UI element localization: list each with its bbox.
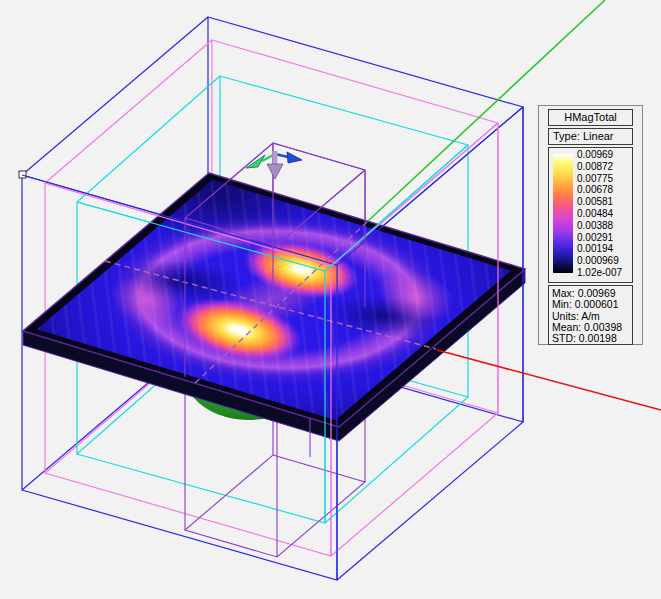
scale-tick: 0.00581 <box>577 196 631 207</box>
colorbar-gradient <box>553 154 573 273</box>
scale-tick: 0.000969 <box>577 255 631 266</box>
scale-tick: 1.02e-007 <box>577 267 631 278</box>
legend-title: HMagTotal <box>548 109 633 126</box>
scale-tick: 0.00872 <box>577 161 631 172</box>
scale-tick: 0.00388 <box>577 220 631 231</box>
legend-color-scale: 0.00969 0.00872 0.00775 0.00678 0.00581 … <box>548 147 633 283</box>
scale-tick: 0.00775 <box>577 173 631 184</box>
scale-tick: 0.00291 <box>577 232 631 243</box>
scale-tick: 0.00969 <box>577 149 631 160</box>
vertex-handle[interactable] <box>19 171 26 178</box>
colorbar-tick-labels: 0.00969 0.00872 0.00775 0.00678 0.00581 … <box>577 149 631 278</box>
scale-tick: 0.00194 <box>577 243 631 254</box>
field-plot-legend[interactable]: HMagTotal Type: Linear 0.00969 0.00872 0… <box>538 105 643 345</box>
stat-min: Min: 0.000601 <box>552 299 632 310</box>
legend-scale-type: Type: Linear <box>548 128 633 145</box>
legend-statistics: Max: 0.00969 Min: 0.000601 Units: A/m Me… <box>548 285 633 345</box>
scale-tick: 0.00484 <box>577 208 631 219</box>
stat-std: STD: 0.00198 <box>552 333 632 344</box>
scale-tick: 0.00678 <box>577 184 631 195</box>
